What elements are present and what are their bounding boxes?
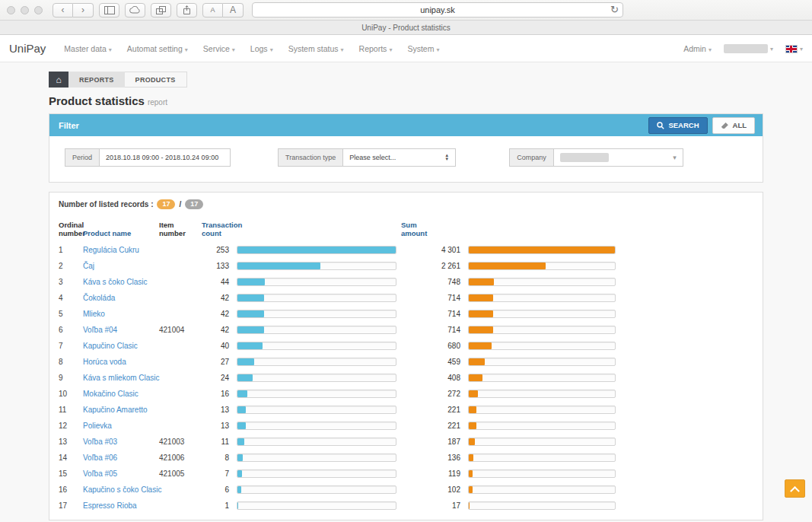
- scroll-to-top-button[interactable]: [785, 479, 805, 498]
- share-icon: [183, 5, 191, 14]
- transaction-count-value: 13: [202, 406, 237, 414]
- company-select[interactable]: ▾: [554, 148, 683, 167]
- product-name-link[interactable]: Espresso Rioba: [83, 501, 137, 510]
- admin-menu[interactable]: Admin▾: [683, 44, 712, 53]
- ordinal-number: 7: [59, 342, 83, 350]
- ordinal-number: 15: [59, 469, 83, 478]
- sum-amount-bar: [468, 406, 616, 414]
- page-content: ⌂ REPORTS PRODUCTS Product statisticsrep…: [0, 62, 812, 522]
- product-name-link[interactable]: Káva s mliekom Clasic: [83, 374, 160, 382]
- product-name-link[interactable]: Čokoláda: [83, 294, 115, 302]
- nav-menu-automat-setting[interactable]: Automat setting▾: [127, 44, 188, 53]
- brand-logo[interactable]: UniPay: [9, 42, 46, 55]
- nav-menu-system[interactable]: System▾: [407, 44, 439, 53]
- column-header-count[interactable]: Transaction count: [202, 221, 237, 237]
- reload-icon[interactable]: ↻: [610, 4, 619, 15]
- sum-amount-bar: [468, 358, 616, 366]
- company-label: Company: [509, 148, 554, 167]
- zoom-window-button[interactable]: [34, 6, 43, 14]
- sum-amount-value: 221: [401, 406, 468, 414]
- product-name-link[interactable]: Kapučino Clasic: [83, 342, 138, 350]
- icloud-tabs-button[interactable]: [125, 3, 145, 18]
- table-row: 12Polievka13221: [49, 418, 763, 434]
- column-header-sum[interactable]: Sum amount: [401, 221, 468, 237]
- nav-menu-logs[interactable]: Logs▾: [250, 44, 273, 53]
- nav-menu-master-data[interactable]: Master data▾: [64, 44, 111, 53]
- transaction-count-bar: [237, 278, 396, 286]
- product-name-link[interactable]: Horúca voda: [83, 358, 126, 366]
- product-name-link[interactable]: Mlieko: [83, 310, 105, 318]
- transaction-count-value: 40: [202, 342, 237, 350]
- breadcrumb-home-button[interactable]: ⌂: [49, 72, 68, 88]
- increase-text-size-button[interactable]: A: [223, 3, 244, 18]
- address-bar[interactable]: unipay.sk ↻: [252, 2, 623, 18]
- breadcrumb: ⌂ REPORTS PRODUCTS: [49, 72, 763, 88]
- decrease-text-size-button[interactable]: A: [202, 3, 223, 18]
- sum-amount-bar: [468, 454, 616, 462]
- ordinal-number: 2: [59, 262, 83, 270]
- product-name-link[interactable]: Čaj: [83, 262, 94, 270]
- ordinal-number: 13: [59, 438, 83, 446]
- forward-button[interactable]: ›: [73, 3, 94, 18]
- product-name-link[interactable]: Regulácia Cukru: [83, 246, 139, 254]
- search-button-label: SEARCH: [668, 121, 699, 129]
- share-button[interactable]: [177, 3, 197, 18]
- transaction-count-bar: [237, 358, 396, 366]
- breadcrumb-item-reports[interactable]: REPORTS: [68, 72, 125, 88]
- product-name-link[interactable]: Polievka: [83, 422, 112, 430]
- sum-amount-bar: [468, 422, 616, 430]
- ordinal-number: 16: [59, 485, 83, 494]
- transaction-count-bar: [237, 469, 396, 478]
- browser-tab-bar[interactable]: UniPay - Product statistics: [0, 21, 812, 35]
- transaction-count-bar: [237, 422, 396, 430]
- product-name-link[interactable]: Káva s čoko Clasic: [83, 278, 147, 286]
- nav-menu-label: Reports: [359, 44, 387, 53]
- transaction-count-value: 42: [202, 326, 237, 334]
- product-name-link[interactable]: Voľba #03: [83, 438, 117, 446]
- sum-amount-value: 714: [401, 294, 468, 302]
- breadcrumb-item-products[interactable]: PRODUCTS: [125, 72, 187, 88]
- product-name-link[interactable]: Kapučino s čoko Clasic: [83, 485, 161, 494]
- chevron-left-icon: ‹: [62, 5, 65, 15]
- product-name-link[interactable]: Mokačino Clasic: [83, 390, 139, 398]
- company-value-redacted: [560, 153, 609, 162]
- sum-amount-bar: [468, 310, 616, 318]
- sum-amount-bar: [468, 342, 616, 350]
- nav-menu-reports[interactable]: Reports▾: [359, 44, 393, 53]
- nav-menu-system-status[interactable]: System status▾: [288, 44, 344, 53]
- sum-amount-bar: [468, 374, 616, 382]
- item-number: 421004: [159, 326, 202, 334]
- page-title: Product statisticsreport: [49, 94, 763, 107]
- tab-overview-button[interactable]: [151, 3, 171, 18]
- user-menu[interactable]: ▾: [724, 43, 773, 53]
- company-group: Company ▾: [509, 148, 683, 167]
- sum-amount-bar: [468, 438, 616, 446]
- close-window-button[interactable]: [7, 6, 15, 14]
- transaction-count-bar: [237, 262, 396, 270]
- table-row: 10Mokačino Clasic16272: [49, 386, 763, 402]
- chevron-down-icon: ▾: [341, 46, 344, 53]
- nav-menu-service[interactable]: Service▾: [203, 44, 235, 53]
- item-number: 421005: [159, 469, 202, 478]
- product-name-link[interactable]: Voľba #05: [83, 469, 117, 478]
- minimize-window-button[interactable]: [21, 6, 29, 14]
- period-input[interactable]: 2018.10.18 09:00 - 2018.10.24 09:00: [100, 148, 231, 167]
- transaction-type-select[interactable]: Please select... ▲▼: [343, 148, 456, 167]
- table-row: 1Regulácia Cukru2534 301: [49, 242, 763, 258]
- show-all-button[interactable]: ALL: [712, 117, 755, 134]
- table-row: 13Voľba #0342100311187: [49, 434, 763, 450]
- product-name-link[interactable]: Voľba #04: [83, 326, 117, 334]
- home-icon: ⌂: [56, 75, 61, 85]
- product-name-link[interactable]: Voľba #06: [83, 454, 117, 462]
- back-button[interactable]: ‹: [53, 3, 73, 18]
- show-all-button-label: ALL: [733, 121, 747, 129]
- transaction-type-label: Transaction type: [278, 148, 343, 167]
- sidebar-button[interactable]: [99, 3, 119, 18]
- records-shown-badge: 17: [157, 199, 175, 209]
- search-button[interactable]: SEARCH: [648, 117, 707, 134]
- column-header-product[interactable]: Product name: [83, 229, 159, 237]
- records-separator: /: [179, 200, 181, 208]
- product-name-link[interactable]: Kapučino Amaretto: [83, 406, 148, 414]
- language-menu[interactable]: ▾: [785, 43, 803, 53]
- eraser-icon: [721, 122, 729, 129]
